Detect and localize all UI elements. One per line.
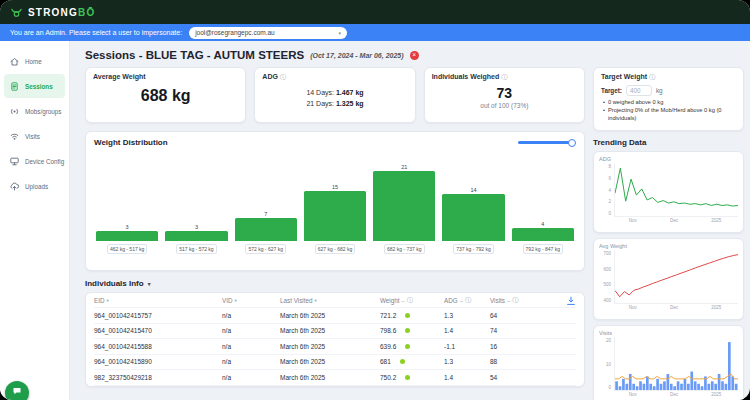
sidebar-item-sessions[interactable]: Sessions bbox=[4, 74, 65, 98]
status-dot bbox=[405, 328, 410, 333]
wd-bar-label: 682 kg - 737 kg bbox=[384, 244, 424, 254]
x-tick-label: Nov bbox=[629, 218, 637, 223]
summary-cards: Average Weight 688 kg ADG ⓘ 14 Days: 1.4… bbox=[85, 67, 585, 123]
eid-cell: 964_001042415470 bbox=[94, 327, 222, 334]
last-visited-cell: March 6th 2025 bbox=[280, 343, 380, 350]
info-icon[interactable]: ⓘ bbox=[649, 74, 655, 80]
visits-cell: 74 bbox=[490, 327, 532, 334]
visits-trend-chart-card: Visits 20100 NovDec2025 bbox=[593, 325, 744, 400]
column-header-visits[interactable]: Visits–ⓘ bbox=[490, 296, 532, 305]
page-header: Sessions - BLUE TAG - AUTUM STEERS (Oct … bbox=[85, 49, 744, 61]
page-title: Sessions - BLUE TAG - AUTUM STEERS bbox=[85, 49, 304, 61]
weight-cell: 681 bbox=[380, 358, 444, 365]
table-row[interactable]: 964_001042415470 n/a March 6th 2025 798.… bbox=[94, 324, 576, 340]
column-header-eid[interactable]: EID▾ bbox=[94, 297, 222, 304]
slider-handle[interactable] bbox=[568, 139, 576, 147]
y-tick-label: 0 bbox=[599, 385, 611, 390]
sort-icon: ▾ bbox=[107, 298, 109, 303]
adg-cell: 1.3 bbox=[444, 312, 490, 319]
dash-icon: – bbox=[401, 298, 404, 304]
sidebar-item-label: Visits bbox=[25, 133, 40, 140]
table-row[interactable]: 964_001042415890 n/a March 6th 2025 681 … bbox=[94, 355, 576, 371]
visits-trend-plot bbox=[614, 337, 738, 391]
weight-distribution-chart: 3462 kg - 517 kg3517 kg - 572 kg7572 kg … bbox=[94, 151, 576, 254]
wd-bar-value: 3 bbox=[195, 224, 198, 230]
column-header-weight[interactable]: Weight–ⓘ bbox=[380, 296, 444, 305]
app-logo[interactable]: STRONGBŌ bbox=[10, 6, 95, 19]
eid-cell: 982_323750429218 bbox=[94, 374, 222, 381]
sidebar-item-mobs-groups[interactable]: Mobs/groups bbox=[4, 99, 65, 123]
info-icon[interactable]: ⓘ bbox=[280, 74, 286, 80]
y-tick-label: 4 bbox=[599, 188, 611, 193]
x-tick-label: 2025 bbox=[711, 305, 721, 310]
y-axis: 86420 bbox=[599, 163, 612, 217]
adg-cell: 1.4 bbox=[444, 374, 490, 381]
close-session-filter-button[interactable]: × bbox=[410, 51, 419, 60]
target-weight-notes: 0 weighed above 0 kg Projecting 0% of th… bbox=[601, 99, 736, 123]
target-weight-card: Target Weight ⓘ Target: 400 kg 0 weighed… bbox=[593, 67, 744, 131]
x-tick-label: Dec bbox=[670, 218, 678, 223]
sidebar-item-label: Mobs/groups bbox=[25, 108, 61, 115]
adg-trend-chart-card: ADG 86420 NovDec2025 bbox=[593, 151, 744, 233]
wd-bar-group: 4792 kg - 847 kg bbox=[512, 221, 574, 254]
status-dot bbox=[405, 344, 410, 349]
wd-bar-label: 572 kg - 627 kg bbox=[245, 244, 285, 254]
x-axis: NovDec2025 bbox=[599, 218, 738, 223]
sidebar-item-label: Home bbox=[25, 58, 42, 65]
x-axis: NovDec2025 bbox=[599, 305, 738, 310]
download-csv-button[interactable] bbox=[532, 296, 576, 306]
y-tick-label: 6 bbox=[599, 176, 611, 181]
top-bar: STRONGBŌ bbox=[0, 0, 750, 24]
last-visited-cell: March 6th 2025 bbox=[280, 312, 380, 319]
weight-cell: 639.6 bbox=[380, 343, 444, 350]
adg-cell: -1.1 bbox=[444, 343, 490, 350]
column-header-adg[interactable]: ADG–ⓘ bbox=[444, 296, 490, 305]
eid-cell: 964_001042415588 bbox=[94, 343, 222, 350]
y-tick-label: 20 bbox=[599, 338, 611, 343]
individuals-weighed-label: Individuals Weighed bbox=[432, 73, 500, 80]
sidebar-item-home[interactable]: Home bbox=[4, 49, 65, 73]
sidebar-item-uploads[interactable]: Uploads bbox=[4, 174, 65, 198]
app-window: STRONGBŌ You are an Admin. Please select… bbox=[0, 0, 750, 400]
table-row[interactable]: 982_323750429218 n/a March 6th 2025 750.… bbox=[94, 370, 576, 386]
status-dot bbox=[400, 359, 405, 364]
table-row[interactable]: 964_001042415588 n/a March 6th 2025 639.… bbox=[94, 339, 576, 355]
x-tick-label: Dec bbox=[670, 305, 678, 310]
sidebar-item-visits[interactable]: Visits bbox=[4, 124, 65, 148]
sidebar-item-device-config[interactable]: Device Config bbox=[4, 149, 65, 173]
column-header-vid[interactable]: VID▾ bbox=[222, 297, 280, 304]
last-visited-cell: March 6th 2025 bbox=[280, 358, 380, 365]
status-dot bbox=[405, 375, 410, 380]
cloud-upload-icon bbox=[9, 181, 20, 192]
eid-cell: 964_001042415757 bbox=[94, 312, 222, 319]
distribution-range-slider[interactable] bbox=[518, 139, 576, 147]
y-tick-label: 8 bbox=[599, 164, 611, 169]
weight-cell: 721.2 bbox=[380, 312, 444, 319]
target-note: Projecting 0% of the Mob/Herd above 0 kg… bbox=[603, 107, 736, 123]
impersonate-select[interactable]: jool@rosegrangepc.com.au ▾ bbox=[189, 27, 347, 39]
column-header-last-visited[interactable]: Last Visited▾ bbox=[280, 297, 380, 304]
sort-icon: ▾ bbox=[314, 298, 316, 303]
chat-button[interactable] bbox=[5, 381, 29, 400]
sidebar-item-label: Sessions bbox=[25, 83, 53, 90]
individuals-info-toggle[interactable]: Individuals Info ▾ bbox=[85, 279, 585, 288]
wd-bar-label: 737 kg - 792 kg bbox=[453, 244, 493, 254]
wd-bar-group: 7572 kg - 627 kg bbox=[235, 211, 297, 254]
target-weight-input[interactable]: 400 bbox=[626, 85, 652, 96]
wd-bar-label: 462 kg - 517 kg bbox=[107, 244, 147, 254]
chart-label: Visits bbox=[599, 330, 738, 336]
avg-weight-trend-plot bbox=[614, 250, 738, 304]
weight-distribution-card: Weight Distribution 3462 kg - 517 kg3517… bbox=[85, 131, 585, 271]
table-row[interactable]: 964_001042415757 n/a March 6th 2025 721.… bbox=[94, 308, 576, 324]
sidebar: Home Sessions Mobs/groups Visits Device … bbox=[0, 41, 70, 400]
y-tick-label: 500 bbox=[599, 282, 611, 287]
status-dot bbox=[405, 313, 410, 318]
wd-bar bbox=[304, 191, 366, 241]
y-tick-label: 0 bbox=[599, 211, 611, 216]
wd-bar-label: 792 kg - 847 kg bbox=[523, 244, 563, 254]
wd-bar-group: 21682 kg - 737 kg bbox=[373, 164, 435, 254]
x-tick-label: 2025 bbox=[711, 392, 721, 397]
admin-message: You are an Admin. Please select a user t… bbox=[10, 29, 182, 36]
info-icon[interactable]: ⓘ bbox=[501, 74, 507, 80]
visits-cell: 64 bbox=[490, 312, 532, 319]
